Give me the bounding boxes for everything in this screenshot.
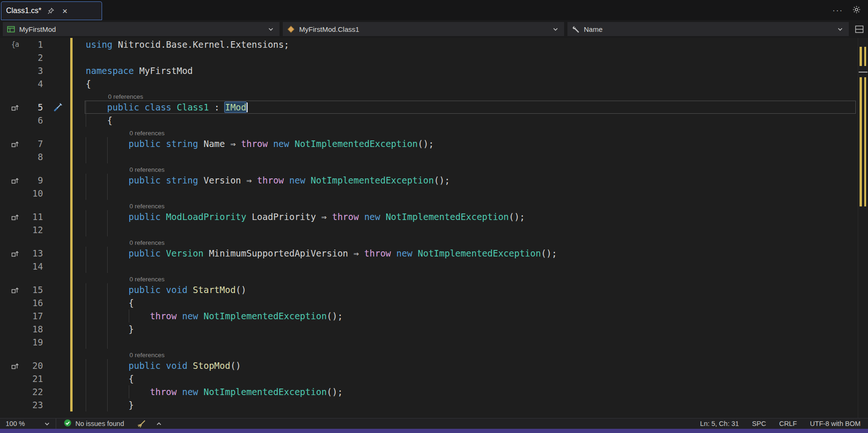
line-number[interactable]: 20 bbox=[27, 359, 46, 372]
codelens-references[interactable]: 0 references bbox=[86, 273, 868, 283]
code-text[interactable]: } bbox=[86, 323, 868, 336]
indent-guide bbox=[107, 223, 108, 236]
line-number[interactable]: 7 bbox=[27, 137, 46, 150]
glyph-margin bbox=[0, 273, 27, 283]
vertical-scrollbar[interactable] bbox=[858, 38, 868, 418]
inheritance-margin-icon[interactable] bbox=[0, 101, 27, 114]
code-text[interactable]: throw new NotImplementedException(); bbox=[86, 309, 868, 323]
code-line-17: 17 throw new NotImplementedException(); bbox=[0, 309, 868, 323]
change-tracking-bar bbox=[70, 260, 73, 273]
line-number[interactable]: 6 bbox=[27, 114, 46, 127]
inheritance-margin-icon[interactable] bbox=[0, 283, 27, 296]
member-dropdown[interactable]: Name bbox=[567, 22, 849, 36]
line-number[interactable]: 15 bbox=[27, 283, 46, 296]
line-number[interactable]: 1 bbox=[27, 38, 46, 51]
change-tracking-bar bbox=[70, 174, 73, 187]
code-text[interactable]: public void StartMod() bbox=[86, 283, 868, 296]
inheritance-margin-icon[interactable] bbox=[0, 137, 27, 150]
line-number[interactable]: 12 bbox=[27, 223, 46, 236]
code-suggestion-margin-icon[interactable]: {a bbox=[0, 38, 27, 51]
line-number[interactable]: 21 bbox=[27, 372, 46, 385]
indent-guide bbox=[86, 296, 86, 309]
indent-guide bbox=[86, 385, 86, 398]
code-text[interactable]: } bbox=[86, 398, 868, 411]
code-text[interactable]: public class Class1 : IMod bbox=[86, 101, 868, 114]
line-number[interactable]: 4 bbox=[27, 77, 46, 90]
pin-icon[interactable] bbox=[46, 6, 56, 15]
line-number[interactable]: 22 bbox=[27, 385, 46, 398]
chevron-up-icon[interactable] bbox=[151, 422, 167, 426]
zoom-control[interactable]: 100 % bbox=[0, 418, 56, 429]
line-number[interactable]: 2 bbox=[27, 51, 46, 64]
more-options-button[interactable]: ··· bbox=[832, 6, 843, 15]
encoding-indicator[interactable]: UTF-8 with BOM bbox=[810, 420, 861, 427]
project-dropdown[interactable]: MyFirstMod bbox=[3, 22, 280, 36]
inheritance-margin-icon[interactable] bbox=[0, 210, 27, 223]
line-number[interactable]: 11 bbox=[27, 210, 46, 223]
type-dropdown[interactable]: MyFirstMod.Class1 bbox=[283, 22, 564, 36]
cursor-position-indicator[interactable]: Ln: 5, Ch: 31 bbox=[700, 420, 739, 427]
line-number[interactable]: 18 bbox=[27, 323, 46, 336]
code-text[interactable]: { bbox=[86, 77, 868, 90]
inheritance-margin-icon[interactable] bbox=[0, 174, 27, 187]
settings-gear-icon[interactable] bbox=[853, 6, 861, 15]
split-window-button[interactable] bbox=[853, 23, 865, 35]
code-cleanup-broom-icon[interactable] bbox=[132, 420, 151, 428]
change-tracking-bar bbox=[70, 283, 73, 296]
codelens-references[interactable]: 0 references bbox=[86, 349, 868, 359]
code-editor[interactable]: {a1using Nitrocid.Base.Kernel.Extensions… bbox=[0, 38, 868, 418]
quick-actions-screwdriver-icon[interactable] bbox=[46, 101, 70, 114]
line-number bbox=[27, 236, 46, 247]
code-text[interactable] bbox=[86, 260, 868, 273]
health-label: No issues found bbox=[75, 420, 124, 427]
codelens-references[interactable]: 0 references bbox=[86, 127, 868, 137]
code-line-18: 18 } bbox=[0, 323, 868, 336]
line-number[interactable]: 14 bbox=[27, 260, 46, 273]
inheritance-margin-icon[interactable] bbox=[0, 359, 27, 372]
document-health-indicator[interactable]: No issues found bbox=[56, 419, 132, 428]
indent-guide bbox=[107, 187, 108, 200]
codelens-row: 0 references bbox=[0, 236, 868, 247]
code-text[interactable]: using Nitrocid.Base.Kernel.Extensions; bbox=[86, 38, 868, 51]
code-text[interactable]: public string Name ⇒ throw new NotImplem… bbox=[86, 137, 868, 150]
inheritance-margin-icon[interactable] bbox=[0, 247, 27, 260]
line-number[interactable]: 16 bbox=[27, 296, 46, 309]
line-number[interactable]: 8 bbox=[27, 150, 46, 163]
line-number[interactable]: 19 bbox=[27, 336, 46, 349]
code-text[interactable]: namespace MyFirstMod bbox=[86, 64, 868, 77]
close-icon[interactable]: × bbox=[60, 6, 70, 15]
code-text[interactable]: { bbox=[86, 114, 868, 127]
code-text[interactable]: { bbox=[86, 296, 868, 309]
line-number[interactable]: 3 bbox=[27, 64, 46, 77]
indentation-indicator[interactable]: SPC bbox=[752, 420, 766, 427]
line-number[interactable]: 10 bbox=[27, 187, 46, 200]
codelens-references[interactable]: 0 references bbox=[86, 200, 868, 210]
change-tracking-bar bbox=[70, 137, 73, 150]
code-text[interactable]: public ModLoadPriority LoadPriority ⇒ th… bbox=[86, 210, 868, 223]
code-text[interactable]: throw new NotImplementedException(); bbox=[86, 385, 868, 398]
code-text[interactable] bbox=[86, 223, 868, 236]
line-number[interactable]: 5 bbox=[27, 101, 46, 114]
codelens-references[interactable]: 0 references bbox=[86, 90, 868, 101]
action-margin bbox=[46, 273, 70, 283]
code-text[interactable]: public Version MinimumSupportedApiVersio… bbox=[86, 247, 868, 260]
line-number[interactable]: 17 bbox=[27, 309, 46, 323]
change-tracking-bar bbox=[70, 349, 73, 359]
code-text[interactable]: public string Version ⇒ throw new NotImp… bbox=[86, 174, 868, 187]
code-text[interactable]: public void StopMod() bbox=[86, 359, 868, 372]
code-text[interactable] bbox=[86, 51, 868, 64]
line-number[interactable]: 23 bbox=[27, 398, 46, 411]
code-text[interactable] bbox=[86, 187, 868, 200]
change-tracking-bar bbox=[70, 77, 73, 90]
line-number[interactable]: 9 bbox=[27, 174, 46, 187]
code-text[interactable] bbox=[86, 336, 868, 349]
code-text[interactable] bbox=[86, 150, 868, 163]
line-number[interactable]: 13 bbox=[27, 247, 46, 260]
code-text[interactable]: { bbox=[86, 372, 868, 385]
code-line-5: 5 public class Class1 : IMod bbox=[0, 101, 868, 114]
codelens-references[interactable]: 0 references bbox=[86, 236, 868, 247]
codelens-references[interactable]: 0 references bbox=[86, 163, 868, 174]
line-ending-indicator[interactable]: CRLF bbox=[779, 420, 797, 427]
tab-class1[interactable]: Class1.cs* × bbox=[1, 1, 102, 20]
glyph-margin bbox=[0, 150, 27, 163]
